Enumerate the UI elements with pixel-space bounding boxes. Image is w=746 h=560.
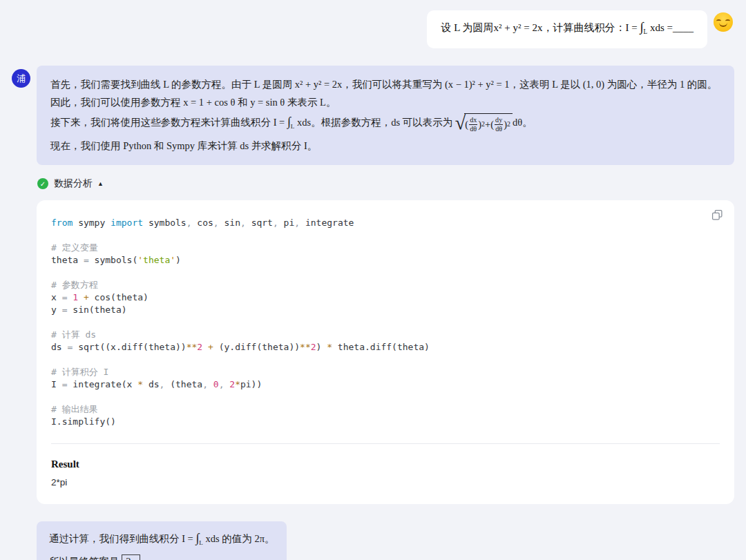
- copy-code-button[interactable]: [711, 209, 723, 221]
- code-execution-card: from sympy import symbols, cos, sin, sqr…: [37, 200, 734, 504]
- code-line: theta = symbols('theta'): [51, 254, 720, 267]
- user-avatar-smiley-icon: [714, 12, 733, 32]
- code-line: ds = sqrt((x.diff(theta))**2 + (y.diff(t…: [51, 341, 720, 354]
- code-line: [51, 267, 720, 279]
- smiley-mouth: [719, 22, 727, 27]
- code-line: [51, 391, 720, 403]
- code-line: I = integrate(x * ds, (theta, 0, 2*pi)): [51, 378, 720, 391]
- code-line: [51, 354, 720, 366]
- paragraph-2-text: 接下来，我们将使用这些参数方程来计算曲线积分 I =: [50, 117, 287, 128]
- assistant-avatar: 浦: [12, 69, 30, 88]
- chevron-up-icon: ▲: [97, 180, 104, 187]
- answer-line-1: 通过计算，我们得到曲线积分 I = ∫L xds 的值为 2π。: [49, 529, 274, 552]
- code-line: [51, 229, 720, 242]
- final-answer-bubble: 通过计算，我们得到曲线积分 I = ∫L xds 的值为 2π。 所以最终答案是…: [37, 521, 287, 560]
- exponent: 2: [507, 115, 510, 133]
- code-line: # 定义变量: [51, 242, 720, 254]
- user-message-text-tail: xds =____: [647, 22, 694, 33]
- assistant-message-row: 浦 首先，我们需要找到曲线 L 的参数方程。由于 L 是圆周 x² + y² =…: [0, 48, 746, 560]
- boxed-final-answer: 2π: [122, 554, 140, 560]
- paragraph-2-text-tail: dθ。: [513, 117, 533, 128]
- user-message-row: 设 L 为圆周x² + y² = 2x，计算曲线积分：I = ∫L xds =_…: [0, 0, 746, 48]
- answer-line-2: 所以最终答案是 2π。: [49, 552, 274, 560]
- assistant-paragraph-2: 接下来，我们将使用这些参数方程来计算曲线积分 I = ∫L xds。根据参数方程…: [50, 113, 720, 135]
- copy-icon: [711, 209, 723, 221]
- code-line: y = sin(theta): [51, 304, 720, 316]
- check-circle-icon: ✓: [37, 178, 48, 189]
- assistant-paragraph-1: 首先，我们需要找到曲线 L 的参数方程。由于 L 是圆周 x² + y² = 2…: [50, 75, 720, 111]
- tool-label: 数据分析: [54, 177, 93, 190]
- code-line: from sympy import symbols, cos, sin, sqr…: [51, 217, 720, 229]
- answer-text: 通过计算，我们得到曲线积分 I =: [49, 533, 195, 544]
- result-value: 2*pi: [51, 477, 720, 487]
- fraction-dy-dtheta: dydθ: [494, 116, 504, 133]
- assistant-reasoning-bubble: 首先，我们需要找到曲线 L 的参数方程。由于 L 是圆周 x² + y² = 2…: [37, 66, 734, 165]
- answer-text-tail: xds 的值为 2π。: [203, 533, 275, 544]
- fraction-dx-dtheta: dxdθ: [468, 116, 478, 133]
- code-line: I.simplify(): [51, 416, 720, 428]
- result-divider: [51, 443, 720, 444]
- answer-conclusion-text: 所以最终答案是: [49, 556, 122, 560]
- answer-period: 。: [140, 556, 151, 560]
- paragraph-2-text-mid: xds。根据参数方程，ds 可以表示为: [294, 117, 455, 128]
- code-line: # 计算积分 I: [51, 366, 720, 378]
- user-message-bubble: 设 L 为圆周x² + y² = 2x，计算曲线积分：I = ∫L xds =_…: [427, 10, 707, 48]
- code-block: from sympy import symbols, cos, sin, sqr…: [51, 217, 720, 428]
- code-line: # 计算 ds: [51, 329, 720, 341]
- assistant-paragraph-3: 现在，我们使用 Python 和 Sympy 库来计算 ds 并求解积分 I。: [50, 137, 720, 155]
- code-line: x = 1 + cos(theta): [51, 291, 720, 304]
- result-heading: Result: [51, 458, 720, 470]
- plus-sign: +: [485, 115, 490, 133]
- code-line: [51, 316, 720, 329]
- data-analysis-toggle[interactable]: ✓ 数据分析 ▲: [37, 177, 104, 190]
- assistant-avatar-label: 浦: [17, 73, 26, 85]
- assistant-content-column: 首先，我们需要找到曲线 L 的参数方程。由于 L 是圆周 x² + y² = 2…: [37, 66, 734, 560]
- user-message-text: 设 L 为圆周x² + y² = 2x，计算曲线积分：I =: [441, 22, 640, 33]
- code-line: # 参数方程: [51, 279, 720, 291]
- code-line: # 输出结果: [51, 403, 720, 416]
- sqrt-expression: √(dxdθ)2 + (dydθ)2: [455, 113, 513, 133]
